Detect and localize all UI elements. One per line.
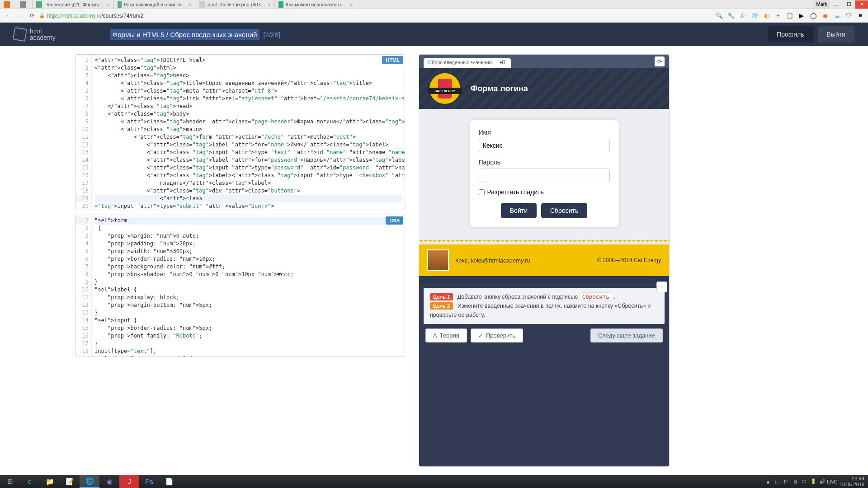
reset-button[interactable]: Сбросить	[541, 203, 587, 218]
window-minimize-button[interactable]: —	[830, 0, 843, 9]
start-button[interactable]: ⊞	[0, 475, 20, 488]
browser-tabs-bar: Последние §21. Формы ...× Раскрывающийся…	[0, 0, 868, 9]
taskbar-app[interactable]: ◉	[99, 475, 119, 488]
css-editor[interactable]: CSS 123456789101112131415161718192021222…	[75, 215, 405, 357]
zoom-icon[interactable]: 🔍	[715, 12, 723, 20]
preview-footer: Кекс, keks@htmlacademy.ru © 2008—2014 Ca…	[419, 244, 669, 276]
line-gutter: 123456789101112131415161718192021222324	[75, 55, 92, 210]
skype-icon[interactable]: Ⓢ	[750, 12, 759, 20]
site-header: htmlacademy Формы и HTML5 / Сброс введен…	[0, 23, 868, 46]
cat-energy-logo: CAT ENERGY	[428, 72, 462, 105]
code-content[interactable]: <"attr">class="tag">!DOCTYPE html> <"att…	[92, 55, 405, 210]
browser-tab[interactable]: Как можно использовать...×	[275, 0, 356, 9]
tray-lang[interactable]: ENG	[827, 479, 836, 484]
password-label: Пароль	[479, 159, 610, 166]
theory-button[interactable]: AТеория	[425, 328, 467, 343]
lock-icon: 🔒	[39, 13, 45, 19]
logout-button[interactable]: Выйти	[818, 26, 854, 42]
tray-up-icon[interactable]: ▲	[764, 479, 773, 484]
html-editor[interactable]: HTML 12345678910111213141516171819202122…	[75, 54, 405, 210]
browser-address-bar: ← → ⟳ 🔒 https://htmlacademy.ru/courses/7…	[0, 9, 868, 23]
taskbar-chrome[interactable]: 🌐	[80, 475, 99, 488]
progress-count: [2/28]	[263, 31, 280, 38]
preview-reload-button[interactable]: ⟳	[655, 56, 665, 66]
login-form: Имя Пароль Разрешать гладить Войти Сброс…	[470, 120, 619, 227]
preview-header: CAT ENERGY Форма логина	[419, 68, 669, 109]
next-task-button[interactable]: Следующее задание	[590, 328, 663, 343]
breadcrumb: Формы и HTML5 / Сброс введенных значений	[110, 29, 260, 40]
check-icon: ✓	[478, 332, 483, 339]
editor-badge-html: HTML	[382, 56, 403, 64]
scroll-up-button[interactable]: ↑	[656, 282, 667, 292]
extension-icon[interactable]: ✦	[774, 12, 782, 20]
taskbar-app[interactable]: 📁	[40, 475, 60, 488]
browser-tab[interactable]: Последние §21. Формы ...×	[33, 0, 114, 9]
taskbar-app[interactable]: 📄	[159, 475, 179, 488]
preview-panel: Сброс введенных значений — HT ⟳ CAT ENER…	[419, 54, 670, 467]
logo[interactable]: htmlacademy	[14, 28, 56, 41]
name-input[interactable]	[479, 139, 610, 152]
extension-icon[interactable]: ▶	[797, 12, 806, 20]
editor-badge-css: CSS	[386, 216, 403, 225]
profile-button[interactable]: Профиль	[768, 26, 813, 42]
forward-button[interactable]: →	[15, 11, 25, 21]
adblock-icon[interactable]: 🛡	[844, 12, 853, 20]
goal-1-text: Добавьте кнопку сброса значений с подпис…	[458, 294, 580, 300]
close-icon[interactable]: ×	[268, 2, 271, 7]
taskbar-app[interactable]: 📝	[60, 475, 80, 488]
extension-icon[interactable]: 📋	[786, 12, 794, 20]
footer-copy: © 2008—2014 Cat Energy	[597, 257, 661, 263]
tray-icon[interactable]: 🔋	[809, 479, 818, 484]
tray-icon[interactable]: 🛡	[800, 479, 809, 484]
extension-icon[interactable]: ◉	[821, 12, 829, 20]
close-icon[interactable]: ×	[189, 2, 191, 7]
allow-checkbox[interactable]	[479, 189, 485, 195]
logo-icon	[13, 27, 27, 42]
window-maximize-button[interactable]: ☐	[843, 0, 855, 9]
goals-panel: ↑ Цель 1 Добавьте кнопку сброса значений…	[424, 288, 665, 324]
close-icon[interactable]: ×	[107, 2, 110, 7]
goal-1-code: Сбросить	[580, 292, 612, 301]
url-field[interactable]: 🔒 https://htmlacademy.ru/courses/74/run/…	[39, 13, 711, 19]
check-button[interactable]: ✓Проверить	[471, 328, 523, 343]
star-icon[interactable]: ☆	[739, 12, 747, 20]
line-gutter: 1234567891011121314151617181920212223	[75, 215, 92, 357]
footer-contact: Кекс, keks@htmlacademy.ru	[455, 257, 530, 264]
windows-taskbar: ⊞ e 📁 📝 🌐 ◉ J Ps 📄 ▲ ⬚ 🏳 🖥 🛡 🔋 🔊 ENG 23:…	[0, 475, 868, 488]
taskbar-app[interactable]: J	[119, 475, 139, 488]
browser-tab[interactable]: post-challenge.png (40×...×	[195, 0, 275, 9]
tray-sound-icon[interactable]: 🔊	[818, 479, 827, 484]
goal-2-badge: Цель 2	[430, 302, 453, 310]
browser-user[interactable]: Mark	[814, 0, 830, 9]
back-button[interactable]: ←	[4, 11, 14, 21]
font-icon: A	[433, 332, 437, 339]
tray-icon[interactable]: 🏳	[782, 479, 791, 484]
browser-tab[interactable]: Раскрывающийся список...×	[114, 0, 195, 9]
extension-icon[interactable]: ◯	[809, 12, 817, 20]
tray-icon[interactable]: 🖥	[791, 479, 800, 484]
close-icon[interactable]: ×	[349, 2, 352, 7]
window-close-button[interactable]: ✕	[855, 0, 868, 9]
extension-icon[interactable]: ☁	[833, 12, 841, 20]
reload-button[interactable]: ⟳	[27, 11, 37, 21]
checkbox-label: Разрешать гладить	[487, 188, 544, 196]
browser-tab[interactable]	[0, 0, 16, 9]
goal-1-badge: Цель 1	[430, 293, 453, 300]
tray-icon[interactable]: ⬚	[773, 479, 782, 484]
browser-tab[interactable]	[16, 0, 33, 9]
goal-2-text: Измените введенные значения в полях, наж…	[430, 303, 651, 318]
main-area: HTML 12345678910111213141516171819202122…	[0, 46, 868, 475]
page-title: Форма логина	[471, 84, 528, 94]
taskbar-clock[interactable]: 23:44 18.05.2016	[836, 476, 868, 487]
extension-icon[interactable]: ◐	[762, 12, 770, 20]
taskbar-app[interactable]: e	[20, 475, 40, 488]
name-label: Имя	[479, 129, 610, 136]
menu-icon[interactable]: ≡	[856, 12, 864, 20]
code-content[interactable]: "sel">form { "prop">margin: "num">0 auto…	[92, 215, 405, 357]
preview-tab[interactable]: Сброс введенных значений — HT	[424, 58, 511, 68]
translate-icon[interactable]: 🔧	[727, 12, 735, 20]
submit-button[interactable]: Войти	[501, 203, 537, 218]
password-input[interactable]	[479, 169, 610, 182]
taskbar-photoshop[interactable]: Ps	[139, 475, 159, 488]
action-bar: AТеория ✓Проверить Следующее задание	[419, 328, 669, 347]
